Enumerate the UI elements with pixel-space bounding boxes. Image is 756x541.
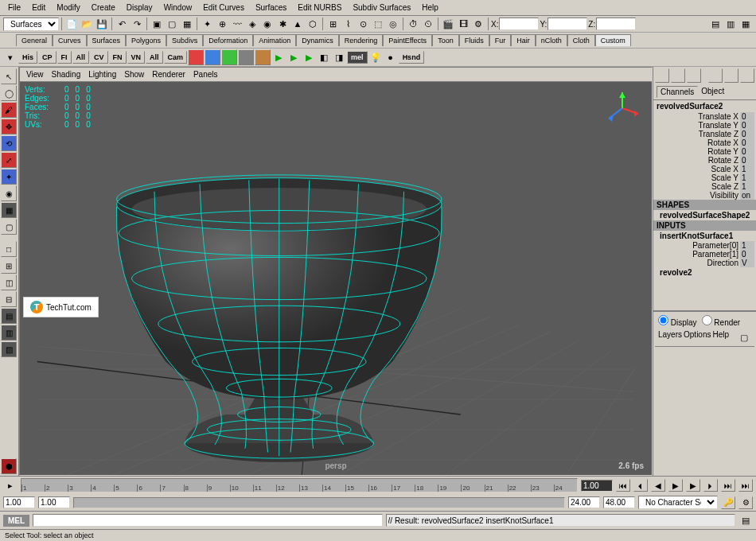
layer-list[interactable]: [655, 347, 754, 474]
shelf-blue-icon[interactable]: [205, 49, 220, 65]
shelf-tab-dynamics[interactable]: Dynamics: [296, 34, 339, 46]
last-tool[interactable]: ▢: [1, 219, 17, 235]
channels-tab[interactable]: Channels: [657, 86, 698, 98]
range-end-field[interactable]: [603, 496, 635, 508]
shelf-tab-fur[interactable]: Fur: [489, 34, 512, 46]
next-key-button[interactable]: ⏵: [703, 479, 718, 492]
coord-x-input[interactable]: [499, 18, 539, 30]
autokey-button[interactable]: 🔑: [721, 496, 735, 509]
shelf-tab-fluids[interactable]: Fluids: [459, 34, 489, 46]
mask-curve-icon[interactable]: 〰: [230, 17, 244, 31]
layout-graph-button[interactable]: ▨: [1, 341, 17, 357]
prev-key-button[interactable]: ◀: [651, 479, 665, 492]
layout-3-icon[interactable]: ▦: [738, 17, 753, 31]
save-scene-icon[interactable]: 💾: [95, 17, 109, 31]
viewport-3d[interactable]: Verts:000 Edges:000 Faces:000 Tris:000 U…: [20, 82, 652, 475]
mask-deform-icon[interactable]: ◉: [260, 17, 275, 31]
layout-outliner-button[interactable]: ▥: [1, 325, 17, 341]
rotate-z-field[interactable]: 0: [740, 156, 754, 165]
select-component-icon[interactable]: ▦: [180, 17, 194, 31]
shelf-tab-cloth[interactable]: Cloth: [567, 34, 595, 46]
shelf-play1-icon[interactable]: ▶: [271, 50, 286, 64]
menu-help[interactable]: Help: [417, 2, 443, 14]
menu-editcurves[interactable]: Edit Curves: [198, 2, 249, 14]
new-scene-icon[interactable]: 📄: [64, 17, 79, 31]
input-revolve[interactable]: revolve2: [653, 267, 756, 278]
select-hierarchy-icon[interactable]: ▣: [150, 17, 164, 31]
shelf-tab-surfaces[interactable]: Surfaces: [87, 34, 127, 46]
layer-help-menu[interactable]: Help: [712, 330, 729, 344]
shelf-fn-button[interactable]: FN: [109, 51, 127, 64]
menu-window[interactable]: Window: [159, 2, 197, 14]
shelf-green-icon[interactable]: [221, 49, 237, 65]
layout-two-button[interactable]: ◫: [1, 274, 17, 290]
shelf-tab-hair[interactable]: Hair: [511, 34, 536, 46]
range-start-field[interactable]: [3, 496, 35, 508]
mask-joint-icon[interactable]: ⊕: [215, 17, 229, 31]
menu-editnurbs[interactable]: Edit NURBS: [293, 2, 346, 14]
shelf-gray-icon[interactable]: [238, 49, 254, 65]
layout-1-icon[interactable]: ▤: [708, 17, 723, 31]
vp-menu-show[interactable]: Show: [121, 69, 147, 80]
shelf-cv-button[interactable]: CV: [90, 51, 108, 64]
vp-menu-panels[interactable]: Panels: [190, 69, 221, 80]
shelf-tab-painteffects[interactable]: PaintEffects: [383, 34, 432, 46]
panel-btn-5-icon[interactable]: [724, 68, 738, 83]
lasso-tool[interactable]: ◯: [1, 85, 17, 101]
vp-menu-shading[interactable]: Shading: [49, 69, 84, 80]
layer-options-menu[interactable]: Options: [684, 330, 711, 344]
shelf-red-icon[interactable]: [188, 49, 204, 65]
panel-btn-2-icon[interactable]: [671, 68, 685, 83]
translate-y-field[interactable]: 0: [740, 121, 754, 130]
shelf-vn-button[interactable]: VN: [127, 51, 146, 64]
scale-tool[interactable]: ⤢: [1, 152, 17, 168]
move-tool[interactable]: ✥: [1, 119, 17, 134]
shelf-edge-icon[interactable]: ◨: [332, 50, 346, 64]
history-off-icon[interactable]: ⏲: [421, 17, 435, 31]
render-radio[interactable]: Render: [702, 315, 741, 327]
rotate-x-field[interactable]: 0: [740, 138, 754, 147]
render-frame-icon[interactable]: 🎬: [441, 17, 455, 31]
layout-four-button[interactable]: ⊞: [1, 258, 17, 274]
select-object-icon[interactable]: ▢: [165, 17, 179, 31]
menu-file[interactable]: File: [3, 2, 25, 14]
soft-mod-tool[interactable]: ◉: [1, 185, 17, 201]
manipulator-tool[interactable]: ✦: [1, 169, 17, 185]
panel-btn-4-icon[interactable]: [708, 68, 723, 83]
layout-single-button[interactable]: □: [1, 241, 17, 257]
mask-surface-icon[interactable]: ◈: [245, 17, 259, 31]
range-slider[interactable]: [73, 497, 565, 508]
shelf-tab-general[interactable]: General: [16, 34, 53, 46]
coord-z-input[interactable]: [596, 18, 636, 30]
shelf-hrb-icon[interactable]: ◧: [317, 50, 331, 64]
scale-z-field[interactable]: 1: [740, 182, 754, 191]
menu-modify[interactable]: Modify: [52, 2, 84, 14]
layers-menu[interactable]: Layers: [658, 330, 682, 344]
panel-btn-6-icon[interactable]: [740, 68, 754, 83]
display-radio[interactable]: Display: [658, 315, 697, 327]
visibility-field[interactable]: on: [740, 191, 754, 200]
paint-select-tool[interactable]: 🖌: [1, 102, 17, 118]
vp-menu-view[interactable]: View: [23, 69, 47, 80]
shelf-all1-button[interactable]: All: [72, 51, 90, 64]
shelf-his-button[interactable]: His: [18, 51, 37, 64]
command-input[interactable]: [33, 514, 382, 527]
ipr-render-icon[interactable]: 🎞: [456, 17, 470, 31]
step-fwd-button[interactable]: ⏭: [721, 479, 735, 492]
object-tab[interactable]: Object: [698, 86, 727, 98]
shelf-sphere-icon[interactable]: ●: [384, 50, 398, 64]
shelf-tab-subdivs[interactable]: Subdivs: [166, 34, 203, 46]
menu-edit[interactable]: Edit: [27, 2, 50, 14]
object-name[interactable]: revolvedSurface2: [653, 100, 756, 112]
mask-handle-icon[interactable]: ✦: [200, 17, 214, 31]
scale-x-field[interactable]: 1: [740, 165, 754, 173]
panel-btn-1-icon[interactable]: [655, 68, 669, 83]
show-manip-tool[interactable]: ▦: [1, 202, 17, 218]
shelf-tab-ncloth[interactable]: nCloth: [536, 34, 567, 46]
step-back-button[interactable]: ⏴: [633, 479, 648, 492]
mask-misc-icon[interactable]: ⬡: [306, 17, 320, 31]
shelf-tab-animation[interactable]: Animation: [253, 34, 296, 46]
undo-icon[interactable]: ↶: [115, 17, 129, 31]
anim-menu-icon[interactable]: ▸: [3, 478, 18, 492]
shelf-mel-button[interactable]: mel: [347, 51, 368, 64]
